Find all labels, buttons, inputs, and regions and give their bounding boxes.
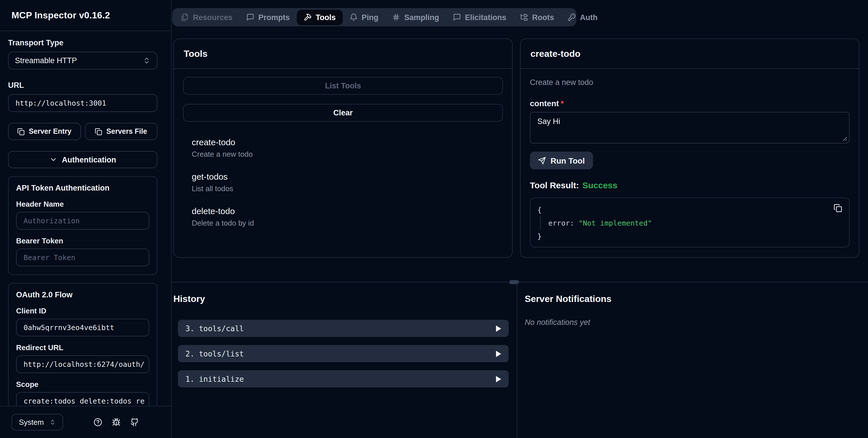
server-notifications-panel: Server Notifications No notifications ye… bbox=[525, 294, 858, 326]
tool-result-label: Tool Result: bbox=[530, 180, 579, 190]
list-tools-button[interactable]: List Tools bbox=[183, 77, 503, 95]
transport-type-select[interactable]: Streamable HTTP bbox=[8, 52, 157, 69]
tab-label: Sampling bbox=[404, 13, 439, 22]
theme-select[interactable]: System bbox=[11, 414, 63, 431]
server-entry-label: Server Entry bbox=[29, 127, 71, 135]
tab-label: Prompts bbox=[258, 13, 290, 22]
list-item[interactable]: get-todos List all todos bbox=[192, 171, 503, 193]
list-item[interactable]: delete-todo Delete a todo by id bbox=[192, 206, 503, 227]
servers-file-button[interactable]: Servers File bbox=[85, 123, 157, 140]
list-item[interactable]: create-todo Create a new todo bbox=[192, 137, 503, 158]
history-item-label: 2. tools/list bbox=[185, 349, 244, 358]
vertical-divider bbox=[517, 282, 517, 438]
scope-label: Scope bbox=[16, 380, 149, 388]
tool-name: delete-todo bbox=[192, 206, 503, 216]
tab-label: Roots bbox=[532, 13, 554, 22]
github-icon[interactable] bbox=[130, 418, 138, 427]
content-value: Say Hi bbox=[537, 117, 560, 126]
tab-roots[interactable]: Roots bbox=[513, 9, 561, 25]
server-notifications-title: Server Notifications bbox=[525, 294, 858, 304]
redirect-url-label: Redirect URL bbox=[16, 343, 149, 352]
copy-icon bbox=[95, 128, 102, 135]
authentication-toggle[interactable]: Authentication bbox=[8, 151, 157, 168]
url-input[interactable]: http://localhost:3001 bbox=[8, 94, 157, 112]
history-item[interactable]: 2. tools/list bbox=[178, 345, 508, 362]
server-entry-button[interactable]: Server Entry bbox=[8, 123, 81, 140]
resize-handle[interactable] bbox=[509, 280, 519, 284]
history-item-label: 3. tools/call bbox=[185, 324, 244, 333]
code-line: } bbox=[537, 230, 842, 243]
bug-icon[interactable] bbox=[112, 418, 120, 427]
tab-auth[interactable]: Auth bbox=[561, 9, 604, 25]
sidebar-body: Transport Type Streamable HTTP URL http:… bbox=[0, 31, 171, 406]
tool-detail-title: create-todo bbox=[530, 49, 580, 59]
horizontal-divider bbox=[172, 282, 868, 282]
api-token-card: API Token Authentication Header Name Aut… bbox=[8, 176, 157, 275]
tab-label: Elicitations bbox=[465, 13, 506, 22]
app-title: MCP Inspector v0.16.2 bbox=[11, 10, 110, 20]
tab-tools[interactable]: Tools bbox=[297, 9, 343, 25]
code-line: { bbox=[537, 203, 842, 216]
tool-result-row: Tool Result:Success bbox=[530, 180, 849, 190]
oauth-title: OAuth 2.0 Flow bbox=[16, 290, 149, 299]
history-item[interactable]: 1. initialize bbox=[178, 370, 508, 387]
copy-icon[interactable] bbox=[834, 204, 842, 212]
header-name-label: Header Name bbox=[16, 200, 149, 208]
history-item-label: 1. initialize bbox=[185, 375, 244, 383]
notifications-empty-text: No notifications yet bbox=[525, 318, 858, 326]
hash-icon bbox=[392, 13, 400, 21]
mcp-inspector-app: MCP Inspector v0.16.2 Transport Type Str… bbox=[0, 0, 868, 438]
theme-value: System bbox=[19, 418, 44, 427]
help-icon[interactable] bbox=[94, 418, 102, 427]
tab-prompts[interactable]: Prompts bbox=[239, 9, 297, 25]
tab-label: Resources bbox=[193, 13, 232, 22]
sidebar-footer: System bbox=[0, 406, 171, 438]
tool-detail-header: create-todo bbox=[521, 39, 859, 69]
scope-input[interactable]: create:todos delete:todos re bbox=[16, 392, 149, 406]
header-name-input[interactable]: Authorization bbox=[16, 212, 149, 230]
bearer-token-input[interactable]: Bearer Token bbox=[16, 249, 149, 267]
tools-panel-body: List Tools Clear create-todo Create a ne… bbox=[174, 69, 512, 227]
files-icon bbox=[181, 13, 189, 21]
transport-type-label: Transport Type bbox=[8, 38, 157, 47]
tab-elicitations[interactable]: Elicitations bbox=[446, 9, 513, 25]
authentication-label: Authentication bbox=[62, 155, 116, 164]
history-list: 3. tools/call 2. tools/list 1. initializ… bbox=[174, 320, 512, 387]
folder-tree-icon bbox=[520, 13, 528, 21]
clear-button[interactable]: Clear bbox=[183, 104, 503, 122]
footer-icons bbox=[63, 418, 160, 427]
message-square-icon bbox=[453, 13, 461, 21]
copy-icon bbox=[17, 128, 25, 135]
redirect-url-input[interactable]: http://localhost:6274/oauth/ bbox=[16, 355, 149, 373]
tab-ping[interactable]: Ping bbox=[343, 9, 385, 25]
bell-icon bbox=[350, 13, 358, 21]
tab-sampling[interactable]: Sampling bbox=[385, 9, 446, 25]
key-icon bbox=[568, 13, 576, 21]
history-panel: History 3. tools/call 2. tools/list 1. i… bbox=[174, 294, 512, 396]
required-asterisk: * bbox=[561, 99, 564, 108]
resize-grip-icon bbox=[843, 137, 847, 141]
api-token-title: API Token Authentication bbox=[16, 184, 149, 192]
history-item[interactable]: 3. tools/call bbox=[178, 320, 508, 337]
sidebar: MCP Inspector v0.16.2 Transport Type Str… bbox=[0, 0, 172, 438]
content-textarea[interactable]: Say Hi bbox=[530, 112, 849, 144]
tool-detail-panel: create-todo Create a new todo content* S… bbox=[520, 38, 859, 258]
tool-name: get-todos bbox=[192, 171, 503, 181]
tool-detail-body: Create a new todo content* Say Hi Run To… bbox=[521, 69, 859, 247]
indent-guide bbox=[540, 216, 541, 230]
tab-label: Ping bbox=[362, 13, 379, 22]
tab-resources[interactable]: Resources bbox=[174, 9, 239, 25]
tool-description: List all todos bbox=[192, 184, 503, 193]
tool-detail-description: Create a new todo bbox=[530, 78, 849, 87]
run-tool-button[interactable]: Run Tool bbox=[530, 152, 593, 169]
message-square-icon bbox=[246, 13, 254, 21]
result-codeblock: { error: "Not implemented" } bbox=[530, 197, 849, 247]
bearer-token-label: Bearer Token bbox=[16, 237, 149, 245]
client-id-input[interactable]: 0ahw5qrrnv3eo4ve6ibtt bbox=[16, 319, 149, 336]
tools-panel: Tools List Tools Clear create-todo Creat… bbox=[174, 38, 513, 258]
client-id-label: Client ID bbox=[16, 307, 149, 315]
chevrons-up-down-icon bbox=[143, 57, 150, 64]
tool-description: Create a new todo bbox=[192, 150, 503, 158]
tools-panel-title: Tools bbox=[184, 49, 208, 59]
code-line: error: "Not implemented" bbox=[537, 216, 842, 230]
